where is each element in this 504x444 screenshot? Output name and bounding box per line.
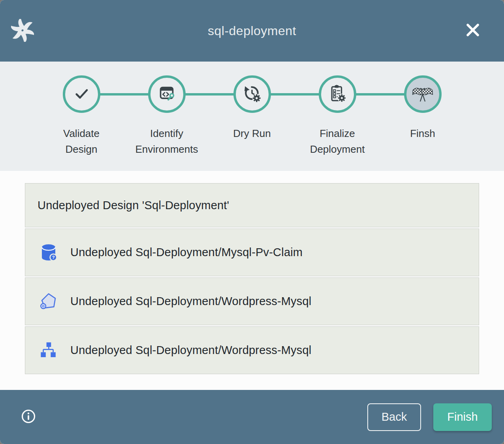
step-dry-run: Dry Run bbox=[209, 75, 295, 171]
svg-text:?: ? bbox=[52, 255, 55, 260]
step-identify-environments: Identify Environments bbox=[124, 75, 209, 171]
close-icon bbox=[465, 22, 481, 39]
history-gear-icon bbox=[241, 83, 263, 106]
result-row-design: Undeployed Design 'Sql-Deployment' bbox=[25, 183, 479, 227]
step-label: Finalize Deployment bbox=[304, 126, 370, 157]
layer5-pinwheel-logo-icon bbox=[11, 19, 34, 42]
result-row-mysql-pv-claim: ? Undeployed Sql-Deployment/Mysql-Pv-Cla… bbox=[25, 229, 479, 276]
back-button[interactable]: Back bbox=[367, 403, 421, 431]
info-icon bbox=[21, 408, 36, 425]
result-text: Undeployed Sql-Deployment/Wordpress-Mysq… bbox=[70, 295, 311, 308]
result-text: Undeployed Design 'Sql-Deployment' bbox=[38, 199, 229, 212]
finish-button[interactable]: Finish bbox=[433, 403, 492, 431]
clipboard-gear-icon bbox=[327, 83, 348, 105]
step-label: Identify Environments bbox=[134, 126, 200, 157]
dialog-footer: Back Finish bbox=[0, 390, 504, 444]
step-finalize-deployment: Finalize Deployment bbox=[295, 75, 380, 171]
step-validate-design: Validate Design bbox=[39, 75, 124, 171]
wizard-stepper: Validate Design Identify Environments bbox=[0, 62, 504, 171]
step-circle-finalize-deployment bbox=[319, 75, 356, 113]
step-circle-identify-environments bbox=[148, 75, 186, 113]
database-icon: ? bbox=[39, 243, 58, 262]
checkered-flags-icon bbox=[412, 82, 434, 106]
step-finish: Finsh bbox=[380, 75, 465, 171]
result-row-wordpress-mysql-shape: Undeployed Sql-Deployment/Wordpress-Mysq… bbox=[25, 277, 479, 325]
close-button[interactable] bbox=[464, 21, 482, 39]
check-icon bbox=[70, 82, 92, 106]
result-text: Undeployed Sql-Deployment/Mysql-Pv-Claim bbox=[70, 246, 303, 259]
step-label: Dry Run bbox=[233, 126, 271, 141]
step-label: Finsh bbox=[410, 126, 435, 141]
result-row-wordpress-mysql-tree: Undeployed Sql-Deployment/Wordpress-Mysq… bbox=[25, 326, 479, 374]
info-button[interactable] bbox=[21, 409, 36, 425]
results-panel: Undeployed Design 'Sql-Deployment' ? Und… bbox=[0, 171, 504, 390]
dialog-title: sql-deployment bbox=[0, 24, 504, 38]
result-text: Undeployed Sql-Deployment/Wordpress-Mysq… bbox=[70, 344, 311, 357]
step-circle-dry-run bbox=[233, 75, 271, 113]
step-circle-validate-design bbox=[63, 75, 100, 113]
deployment-wizard-dialog: sql-deployment Validate Design bbox=[0, 0, 504, 444]
org-chart-icon bbox=[39, 341, 58, 360]
step-label: Validate Design bbox=[48, 126, 115, 157]
dialog-header: sql-deployment bbox=[0, 0, 504, 62]
pentagon-icon bbox=[39, 292, 58, 311]
code-window-wrench-icon bbox=[156, 83, 177, 105]
step-circle-finish bbox=[404, 75, 442, 113]
